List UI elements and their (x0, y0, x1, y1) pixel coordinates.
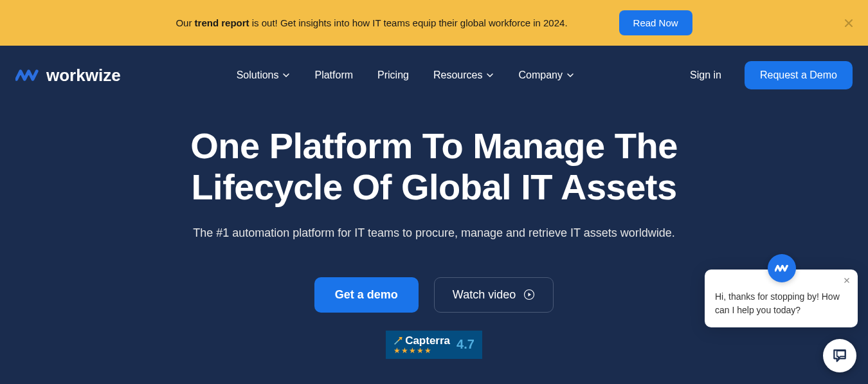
get-demo-button[interactable]: Get a demo (314, 277, 419, 313)
chevron-down-icon (282, 71, 290, 79)
logo-text: workwize (46, 66, 121, 86)
chat-close-button[interactable] (842, 276, 851, 288)
nav-pricing[interactable]: Pricing (377, 69, 409, 81)
watch-video-button[interactable]: Watch video (434, 277, 554, 313)
banner-text: Our trend report is out! Get insights in… (176, 17, 567, 28)
nav-solutions[interactable]: Solutions (237, 69, 291, 81)
main-nav: Solutions Platform Pricing Resources Com… (237, 69, 574, 81)
read-now-button[interactable]: Read Now (619, 10, 692, 35)
chevron-down-icon (486, 71, 494, 79)
header-right: Sign in Request a Demo (690, 61, 853, 89)
capterra-rating: 4.7 (457, 337, 475, 352)
logo[interactable]: workwize (15, 66, 121, 86)
site-header: workwize Solutions Platform Pricing Reso… (0, 46, 868, 105)
nav-platform[interactable]: Platform (314, 69, 353, 81)
close-icon (842, 276, 851, 285)
signin-link[interactable]: Sign in (690, 69, 721, 81)
close-icon (842, 17, 855, 30)
play-icon (523, 289, 535, 300)
hero-title: One Platform To Manage The Lifecycle Of … (64, 125, 804, 208)
chat-message: Hi, thanks for stopping by! How can I he… (715, 290, 847, 317)
workwize-logo-icon (15, 66, 40, 84)
capterra-name: Capterra (405, 334, 450, 347)
hero-buttons: Get a demo Watch video (64, 277, 804, 313)
announcement-banner: Our trend report is out! Get insights in… (0, 0, 868, 46)
banner-close-button[interactable] (842, 17, 855, 30)
nav-company[interactable]: Company (518, 69, 574, 81)
request-demo-button[interactable]: Request a Demo (745, 61, 853, 89)
chat-avatar (768, 254, 796, 282)
capterra-stars: ★★★★★ (393, 346, 432, 355)
nav-resources[interactable]: Resources (433, 69, 494, 81)
chevron-down-icon (566, 71, 574, 79)
capterra-badge[interactable]: Capterra ★★★★★ 4.7 (386, 331, 482, 359)
chat-icon (831, 347, 848, 364)
capterra-arrow-icon (393, 336, 402, 345)
chat-popup: Hi, thanks for stopping by! How can I he… (705, 270, 858, 327)
hero-subtitle: The #1 automation platform for IT teams … (64, 226, 804, 240)
capterra-badge-wrap: Capterra ★★★★★ 4.7 (64, 331, 804, 359)
chat-launcher-button[interactable] (823, 339, 856, 372)
workwize-logo-icon (775, 263, 789, 273)
